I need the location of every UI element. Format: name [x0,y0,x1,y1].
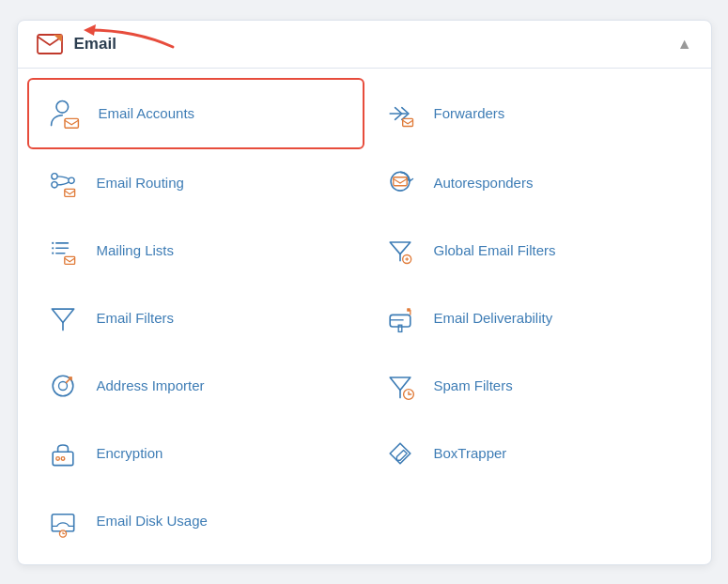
grid-item-email-accounts[interactable]: Email Accounts [27,78,364,149]
grid-item-autoresponders[interactable]: Autoresponders [364,149,702,217]
svg-rect-4 [65,118,78,128]
grid-item-encryption[interactable]: Encryption [27,420,364,487]
svg-point-36 [61,456,65,460]
svg-point-35 [55,456,59,460]
grid-item-mailing-lists[interactable]: Mailing Lists [27,217,364,284]
grid-item-forwarders[interactable]: Forwarders [364,78,702,149]
spam-filters-label: Spam Filters [434,377,513,393]
forward-mail-icon [379,93,421,134]
global-email-filters-label: Global Email Filters [434,242,556,258]
routing-icon [42,162,84,204]
panel-title: Email [74,35,116,54]
boxtrapper-icon [379,433,421,474]
boxtrapper-label: BoxTrapper [434,445,507,461]
mailing-list-icon [42,230,84,271]
email-routing-label: Email Routing [97,175,184,191]
svg-rect-9 [64,189,74,196]
email-header-icon [37,34,63,54]
svg-point-6 [51,173,56,178]
items-grid: Email Accounts Forwarders [18,69,711,564]
grid-item-address-importer[interactable]: Address Importer [27,352,364,420]
header-left: Email [37,34,116,54]
filter-icon [42,298,84,339]
address-importer-label: Address Importer [97,377,205,393]
mailing-lists-label: Mailing Lists [97,242,175,258]
svg-rect-27 [407,308,410,312]
encryption-icon [42,433,84,474]
svg-rect-18 [64,256,74,264]
grid-item-spam-filters[interactable]: Spam Filters [364,352,702,420]
person-mail-icon [44,93,85,134]
filter-global-icon [379,230,421,271]
svg-point-8 [68,177,73,183]
disk-usage-icon [42,500,84,542]
grid-item-email-routing[interactable]: Email Routing [27,149,364,217]
autoresponders-label: Autoresponders [434,175,534,191]
grid-item-global-email-filters[interactable]: Global Email Filters [364,217,702,284]
email-filters-label: Email Filters [97,310,175,326]
collapse-chevron[interactable]: ▲ [677,36,692,53]
email-panel: Email ▲ Email Accounts [17,20,712,565]
grid-item-email-filters[interactable]: Email Filters [27,284,364,352]
forwarders-label: Forwarders [434,105,505,121]
email-disk-usage-label: Email Disk Usage [97,513,208,529]
svg-point-3 [56,100,69,113]
mailbox-icon [379,298,421,339]
panel-header: Email ▲ [18,21,711,69]
grid-item-email-disk-usage[interactable]: Email Disk Usage [27,487,364,555]
grid-item-boxtrapper[interactable]: BoxTrapper [364,420,702,487]
email-deliverability-label: Email Deliverability [434,310,553,326]
grid-item-email-deliverability[interactable]: Email Deliverability [364,284,702,352]
svg-rect-11 [393,177,406,185]
email-accounts-label: Email Accounts [99,105,195,121]
autoresponder-icon [379,162,421,204]
address-importer-icon [42,365,84,407]
svg-rect-5 [402,118,412,126]
svg-point-7 [51,181,56,187]
spam-filter-icon [379,365,421,407]
encryption-label: Encryption [97,445,163,461]
